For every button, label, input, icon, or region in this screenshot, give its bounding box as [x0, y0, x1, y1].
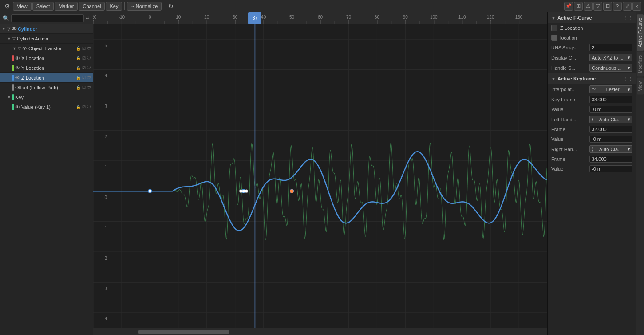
refresh-icon[interactable]: ↻	[166, 2, 175, 11]
pin-icon-transform[interactable]: 🛡	[87, 46, 91, 51]
handle-smoothing-dropdown[interactable]: Continuous ... ▾	[589, 64, 632, 72]
left-frame-field[interactable]: 32.000	[589, 126, 632, 133]
side-tab-fcurve[interactable]: Active F-Curve	[637, 14, 644, 51]
channel-y-location[interactable]: 👁 Y Location 🔒 ☑ 🛡	[0, 63, 93, 73]
pin-icon-vk1[interactable]: 🛡	[87, 105, 91, 109]
key-frame-value: 33.000	[592, 97, 607, 102]
close-icon[interactable]: ×	[632, 2, 641, 11]
lock-icon-x[interactable]: 🔒	[76, 56, 81, 60]
channel-object-transform[interactable]: ▼ ▽ 👁 Object Transfor 🔒 ☑ 🛡	[0, 44, 93, 53]
channel-key[interactable]: ▼ Key	[0, 92, 93, 102]
vis-icon-y[interactable]: ☑	[82, 66, 86, 70]
rna-path-square	[551, 35, 557, 41]
lock-icon-vk1[interactable]: 🔒	[76, 105, 81, 109]
expand-icon[interactable]: ⤢	[623, 2, 632, 11]
channel-label-action: CylinderAction	[17, 36, 91, 41]
select-menu[interactable]: Select	[32, 2, 54, 11]
fcurve-options[interactable]: ⋮⋮	[624, 16, 632, 20]
channel-menu[interactable]: Channel	[79, 2, 105, 11]
timeline-canvas	[93, 12, 547, 24]
grid-icon[interactable]: ⊞	[574, 2, 583, 11]
lock-icon-y[interactable]: 🔒	[76, 66, 81, 70]
side-tab-modifiers[interactable]: Modifiers	[637, 52, 644, 77]
channel-z-location[interactable]: 👁 Z Location 🔒 ☑ 🛡	[0, 73, 93, 83]
active-fcurve-header[interactable]: ▼ Active F-Curve ⋮⋮	[548, 12, 636, 23]
vis-icon-x[interactable]: ☑	[82, 56, 86, 60]
pin-icon-z[interactable]: 🛡	[87, 76, 91, 80]
channel-label-x: X Location	[21, 56, 75, 61]
eye-icon-z[interactable]: 👁	[15, 75, 20, 80]
left-handle-dropdown[interactable]: ⟨ Auto Cla... ▾	[589, 116, 632, 123]
active-keyframe-section: ▼ Active Keyframe ⋮⋮ Interpolat... 〜 Bez…	[548, 73, 636, 174]
pin-icon-y[interactable]: 🛡	[87, 66, 91, 70]
scrollbar-thumb[interactable]	[138, 330, 229, 334]
eye-icon-vk1[interactable]: 👁	[15, 104, 20, 110]
active-keyframe-title: Active Keyframe	[557, 76, 596, 81]
marker-menu[interactable]: Marker	[55, 2, 78, 11]
key-frame-row: Key Frame 33.000	[548, 95, 636, 104]
keyframe-options[interactable]: ⋮⋮	[624, 76, 632, 81]
dropdown-arrow5: ▾	[628, 146, 630, 152]
search-input[interactable]	[11, 14, 84, 22]
normalize-btn[interactable]: ~ Normalize	[127, 2, 162, 11]
graph-canvas-wrapper[interactable]: 5 4 3 2 1 0 -1 -2 -3 -4	[93, 24, 547, 328]
lock-icon-offset[interactable]: 🔒	[76, 85, 81, 90]
pin-icon-offset[interactable]: 🛡	[87, 85, 91, 90]
channel-x-location[interactable]: 👁 X Location 🔒 ☑ 🛡	[0, 53, 93, 63]
search-bar: 🔍 ↵	[0, 12, 93, 24]
rna-path-row: location	[548, 33, 636, 43]
channel-cylinder-action[interactable]: ▼ ▽ CylinderAction	[0, 34, 93, 44]
channel-icons-y: 🔒 ☑ 🛡	[76, 66, 91, 70]
vis-icon-transform[interactable]: ☑	[82, 46, 86, 51]
right-handle-label: Right Han...	[551, 147, 587, 152]
normalize-label: Normalize	[136, 4, 158, 9]
eye-icon-x[interactable]: 👁	[15, 56, 20, 61]
channel-offset[interactable]: Offset (Follow Path) 🔒 ☑ 🛡	[0, 83, 93, 92]
channel-label-cylinder: Cylinder	[18, 26, 91, 32]
pin-icon-x[interactable]: 🛡	[87, 56, 91, 60]
eye-icon-transform[interactable]: 👁	[22, 46, 27, 51]
view-menu[interactable]: View	[13, 2, 32, 11]
curve-name-square	[551, 25, 557, 31]
active-keyframe-header[interactable]: ▼ Active Keyframe ⋮⋮	[548, 73, 636, 84]
eye-icon-cylinder[interactable]: 👁	[12, 26, 16, 32]
interpolation-dropdown[interactable]: 〜 Bezier ▾	[589, 85, 632, 93]
right-frame-field[interactable]: 34.000	[589, 156, 632, 163]
z-location-color	[12, 75, 14, 81]
key-frame-field[interactable]: 33.000	[589, 96, 632, 103]
normalize-icon: ~	[131, 4, 134, 9]
warning-icon[interactable]: ⚠	[584, 2, 593, 11]
rna-array-field[interactable]: 2	[589, 44, 632, 51]
help-icon[interactable]: ?	[613, 2, 622, 11]
filter-icon[interactable]: ▽	[593, 2, 602, 11]
right-value-field[interactable]: -0 m	[589, 165, 632, 172]
search-clear-icon[interactable]: ↵	[86, 15, 90, 21]
vis-icon-vk1[interactable]: ☑	[82, 105, 86, 109]
bottom-scrollbar[interactable]	[93, 328, 547, 335]
channel-cylinder[interactable]: ▼ ▽ 👁 Cylinder	[0, 24, 93, 34]
interpolation-value: Bezier	[605, 87, 619, 92]
bezier-icon: 〜	[592, 86, 596, 92]
display-color-dropdown[interactable]: Auto XYZ to ... ▾	[589, 54, 632, 61]
vis-icon-z[interactable]: ☑	[82, 76, 86, 80]
right-handle-dropdown[interactable]: ⟩ Auto Cla... ▾	[589, 145, 632, 153]
display-icon[interactable]: ⊟	[603, 2, 612, 11]
left-value-field[interactable]: -0 m	[589, 136, 632, 143]
lock-icon-transform[interactable]: 🔒	[76, 46, 81, 51]
value-field[interactable]: -0 m	[589, 106, 632, 113]
vis-icon-offset[interactable]: ☑	[82, 85, 86, 90]
pin-icon[interactable]: 📌	[564, 2, 573, 11]
side-tab-view[interactable]: View	[637, 78, 644, 95]
key-menu[interactable]: Key	[106, 2, 122, 11]
key-color	[12, 94, 14, 100]
channel-icons-offset: 🔒 ☑ 🛡	[76, 85, 91, 90]
blender-icon[interactable]: ⚙	[3, 2, 12, 11]
graph-area[interactable]: 37 5 4 3 2 1 0 -1 -2 -3 -4	[93, 12, 547, 335]
rna-path-value: location	[560, 35, 632, 40]
lock-icon-z[interactable]: 🔒	[76, 76, 81, 80]
channel-value-key1[interactable]: 👁 Value (Key 1) 🔒 ☑ 🛡	[0, 102, 93, 112]
left-panel: 🔍 ↵ ▼ ▽ 👁 Cylinder ▼ ▽ CylinderAction ▼ …	[0, 12, 93, 335]
right-handle-row: Right Han... ⟩ Auto Cla... ▾	[548, 144, 636, 154]
offset-color	[12, 84, 14, 91]
eye-icon-y[interactable]: 👁	[15, 65, 20, 71]
